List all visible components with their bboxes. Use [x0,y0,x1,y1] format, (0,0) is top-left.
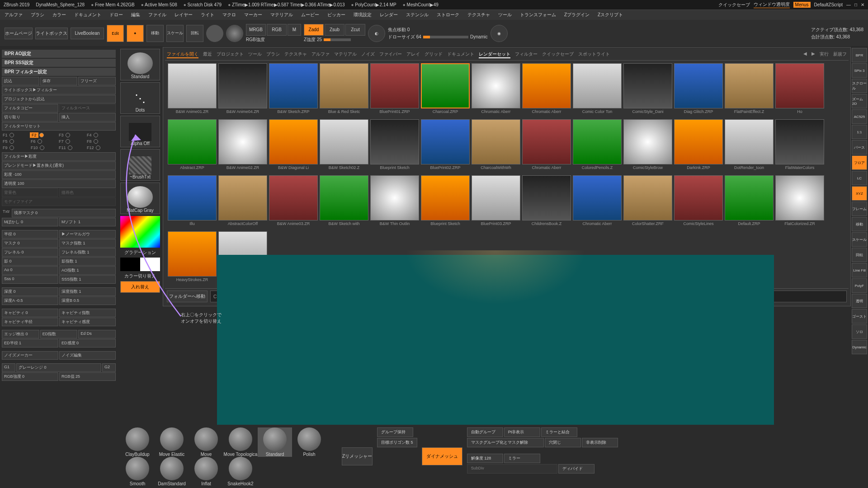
shelf-移動[interactable]: 移動 [852,217,867,231]
filter-copy-button[interactable]: フィルタコピー [2,104,58,113]
brush-Move Elastic[interactable]: Move Elastic [155,427,189,457]
thumb-B&W Anime03.ZR[interactable]: B&W Anime03.ZR [269,175,318,230]
browser-next-icon[interactable]: ▶ [811,51,815,58]
thumb-B&W Anime04.ZR[interactable]: B&W Anime04.ZR [218,63,267,117]
menu-マーカー[interactable]: マーカー [244,12,262,18]
filter-shade-button[interactable]: フィルター▶彩度 [2,152,116,161]
menu-環境設定[interactable]: 環境設定 [354,12,372,18]
filter-F12-toggle[interactable] [96,145,100,150]
thumb-Blue & Red Sketc[interactable]: Blue & Red Sketc [320,63,368,117]
rgb-button[interactable]: RGB [267,24,287,36]
ao-slider[interactable]: Ao 0 [2,266,58,275]
shelf-Dynamic[interactable]: Dynamic [852,340,867,354]
shelf-ゴースト[interactable]: ゴースト [852,309,867,324]
shelf-AC525[interactable]: AC525 [852,109,867,124]
filter-F10-toggle[interactable] [40,145,44,150]
shelf-フロア[interactable]: フロア [852,155,867,170]
subdiv-slider[interactable]: SubDiv [467,464,557,474]
filter-F3-toggle[interactable] [66,133,70,137]
window-maximize-icon[interactable]: □ [854,2,857,7]
load-from-project-button[interactable]: プロジェクトから読込 [2,95,116,103]
color-swatches[interactable] [120,258,160,271]
browser-tab-スポットライト[interactable]: スポットライト [578,51,610,58]
menu-Zプラグイン[interactable]: Zプラグイン [564,12,590,18]
shelf-Line Fill[interactable]: Line Fill [852,263,867,277]
sphere-button[interactable] [226,25,243,42]
thumb-Default.ZRP[interactable]: Default.ZRP [725,175,774,230]
menu-カラー[interactable]: カラー [52,12,66,18]
thumb-DotRender_toon[interactable]: DotRender_toon [725,119,774,174]
browser-tab-ノイズ[interactable]: ノイズ [361,51,375,58]
thumb-Diag Glitch.ZRP[interactable]: Diag Glitch.ZRP [674,63,723,117]
thumb-DarkInk.ZRP[interactable]: DarkInk.ZRP [674,119,723,174]
menu-トランスフォーム[interactable]: トランスフォーム [520,12,556,18]
browser-tab-マテリアル[interactable]: マテリアル [334,51,357,58]
browser-tab-テクスチャ[interactable]: テクスチャ [284,51,307,58]
mirror-weld-button[interactable]: ミラーと結合 [541,427,577,437]
gyro-button[interactable] [206,25,223,42]
thumb-Chromatic Aberr[interactable]: Chromatic Aberr [573,175,622,230]
color-picker[interactable] [120,216,160,248]
window-opacity[interactable]: ウィンドウ透明度 [754,1,790,8]
browser-new-button[interactable]: 新規フ [833,51,847,58]
shelf-LC[interactable]: LC [852,171,867,185]
brush-SnakeHook2[interactable]: SnakeHook2 [223,457,258,486]
browser-tab-レンダーセット[interactable]: レンダーセット [479,51,510,58]
shelf-SPix 3[interactable]: SPix 3 [852,63,867,78]
target-poly-slider[interactable]: 目標ポリゴン数 5 [377,438,417,447]
menu-レンダー[interactable]: レンダー [380,12,398,18]
del-hidden-button[interactable]: 非表示削除 [582,438,618,447]
menu-ピッカー[interactable]: ピッカー [327,12,345,18]
move-mode-button[interactable]: 移動 [146,25,164,42]
noise-edit-button[interactable]: ノイズ編集 [59,351,116,360]
insert-button[interactable]: 挿入 [59,113,116,122]
ed-exp-slider[interactable]: ED指数 [40,330,78,338]
material-slot[interactable]: MatCap Gray [120,183,160,214]
z-intensity-slider[interactable]: Z強度 25 [304,37,322,43]
alpha-slot[interactable]: Alpha Off [120,116,160,147]
filter-reset-button[interactable]: フィルターリセット [2,122,116,131]
thumb-ColoredPencils.Z[interactable]: ColoredPencils.Z [573,119,622,174]
draw-size-icon[interactable]: ◉ [491,25,508,42]
swap-button[interactable]: 入れ替え [120,281,160,293]
edit-mode-button[interactable]: Edit [107,25,124,42]
draw-mode-button[interactable]: ✦ [127,25,144,42]
brush-Smooth[interactable]: Smooth [120,457,155,486]
filter-F6-toggle[interactable] [38,139,42,144]
sss-slider[interactable]: Sss 0 [2,275,58,284]
browser-tab-ブラシ[interactable]: ブラシ [266,51,280,58]
normal-button[interactable]: ▶ノーマルガウ [59,230,116,239]
thumb-B&W Diagonal Li[interactable]: B&W Diagonal Li [269,119,318,174]
sss-exp-slider[interactable]: SSS指数 1 [59,275,116,284]
thumb-FlatPaintEffect.Z[interactable]: FlatPaintEffect.Z [725,63,774,117]
depth-slider[interactable]: 深度 0 [2,287,58,296]
shelf-フレーム[interactable]: フレーム [852,202,867,216]
bpr-filter-header[interactable]: BPR フィルター設定 [2,68,116,76]
browser-tab-最近[interactable]: 最近 [203,51,212,58]
menu-ドキュメント[interactable]: ドキュメント [74,12,101,18]
thumb-Charcoal.ZRP[interactable]: Charcoal.ZRP [421,63,470,117]
zremesher-button[interactable]: Zリメッシャー [342,447,373,465]
save-button[interactable]: 保存 [40,77,78,85]
thumb-Abstract.ZRP[interactable]: Abstract.ZRP [168,119,217,174]
browser-tab-ドキュメント[interactable]: ドキュメント [447,51,474,58]
menu-ツール[interactable]: ツール [498,12,512,18]
filter-F8-toggle[interactable] [94,139,98,144]
rgb-value-slider[interactable]: RGB值 25 [59,372,116,381]
window-minimize-icon[interactable]: — [846,2,851,7]
lightbox-button[interactable]: ライトボックス [35,28,68,39]
blend-mode-button[interactable]: ブレンドモード▶置き換え(通常) [2,161,116,170]
browser-tab-アルファ[interactable]: アルファ [311,51,330,58]
thumb-Ho[interactable]: Ho [775,63,824,117]
mirror-button[interactable]: ミラー [504,454,540,463]
filter-F2-toggle[interactable] [39,133,44,137]
thumb-ComicStyleBrow[interactable]: ComicStyleBrow [623,119,672,174]
thumb-CharcoalWithWh[interactable]: CharcoalWithWh [472,119,520,174]
stroke-slot[interactable]: ⋱Dots [120,82,160,114]
brush-Inflat[interactable]: Inflat [189,457,223,486]
filter-F4-toggle[interactable] [94,133,98,137]
shelf-パース[interactable]: パース [852,140,867,155]
menu-ドロー[interactable]: ドロー [109,12,123,18]
focal-shift-slider[interactable]: 焦点移動 0 [388,27,488,33]
menu-アルファ[interactable]: アルファ [5,12,23,18]
